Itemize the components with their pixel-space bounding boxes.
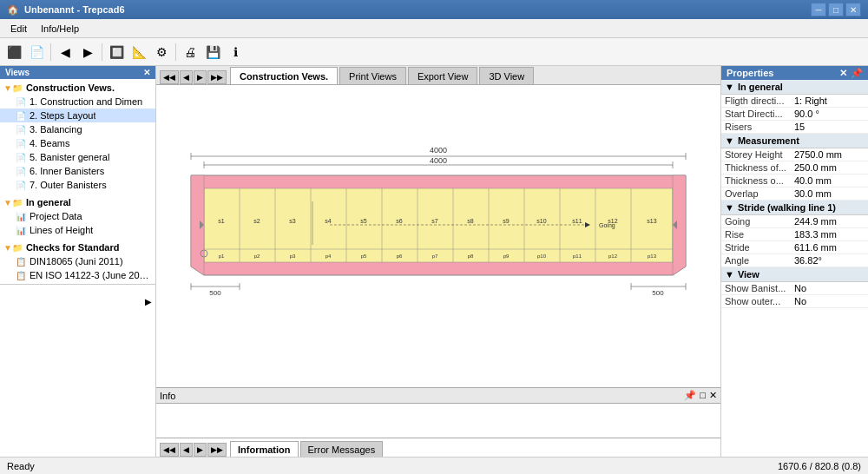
maximize-button[interactable]: □ <box>828 3 844 16</box>
sidebar-item-banister[interactable]: 📄 5. Banister general <box>0 150 155 164</box>
minimize-button[interactable]: ─ <box>811 3 826 16</box>
sidebar-item-construction-dimen[interactable]: 📄 1. Construction and Dimen <box>0 95 155 109</box>
prop-close-btn[interactable]: ✕ <box>839 68 847 79</box>
svg-text:p1: p1 <box>219 253 225 259</box>
sidebar-section-checks: ▼📁 Checks for Standard 📋 DIN18065 (Juni … <box>0 239 155 284</box>
info-pin-btn[interactable]: 📌 <box>684 390 696 401</box>
status-right: 1670.6 / 820.8 (0.8) <box>778 461 861 471</box>
toolbar-btn-1[interactable]: ⬛ <box>3 42 24 63</box>
info-panel: Info 📌 □ ✕ ◀◀ ◀ ▶ ▶▶ Information Error M… <box>156 387 720 457</box>
sidebar-close-btn[interactable]: ✕ <box>143 68 150 77</box>
tab-nav-prev[interactable]: ◀ <box>180 70 193 84</box>
prop-name-stride: Stride <box>725 242 794 253</box>
sidebar-item-en-iso[interactable]: 📋 EN ISO 14122-3 (June 200... <box>0 268 155 282</box>
toolbar-sep-3 <box>175 43 176 61</box>
toolbar-btn-5[interactable]: 🔲 <box>106 42 127 63</box>
toolbar-btn-2[interactable]: 📄 <box>26 42 47 63</box>
prop-name-going: Going <box>725 216 794 227</box>
prop-name-risers: Risers <box>725 122 794 132</box>
toolbar-btn-7[interactable]: ⚙ <box>151 42 172 63</box>
prop-row-overlap: Overlap 30.0 mm <box>721 188 868 201</box>
toolbar-btn-6[interactable]: 📐 <box>128 42 149 63</box>
prop-row-risers: Risers 15 <box>721 121 868 134</box>
sidebar-construction-header[interactable]: ▼📁 Construction Vews. <box>0 81 155 95</box>
sidebar-item-project-data[interactable]: 📊 Project Data <box>0 209 155 223</box>
prop-row-show-outer: Show outer... No <box>721 295 868 308</box>
tab-information[interactable]: Information <box>230 441 299 457</box>
toolbar-btn-4[interactable]: ▶ <box>77 42 98 63</box>
tab-nav-next[interactable]: ▶ <box>194 70 207 84</box>
svg-text:p2: p2 <box>254 253 260 259</box>
status-left: Ready <box>7 461 35 471</box>
prop-row-thickness-o: Thickness o... 40.0 mm <box>721 174 868 188</box>
prop-value-risers: 15 <box>794 122 865 132</box>
close-button[interactable]: ✕ <box>845 3 861 16</box>
toolbar: ⬛ 📄 ◀ ▶ 🔲 📐 ⚙ 🖨 💾 ℹ <box>0 38 868 66</box>
tab-nav-first[interactable]: ◀◀ <box>160 70 179 84</box>
doc-icon-2: 📄 <box>16 111 26 121</box>
prop-section-stride[interactable]: ▼ Stride (walking line 1) <box>721 201 868 215</box>
info-float-btn[interactable]: □ <box>700 390 706 401</box>
svg-text:500: 500 <box>209 289 221 297</box>
svg-text:s9: s9 <box>503 218 510 224</box>
sidebar-item-lines-height[interactable]: 📊 Lines of Height <box>0 223 155 237</box>
prop-name-thickness-of: Thickness of... <box>725 162 794 173</box>
svg-text:p10: p10 <box>537 253 547 259</box>
properties-panel: Properties 📌 ✕ ▼ In general Fligth direc… <box>720 66 868 457</box>
doc-icon-7: 📄 <box>16 181 26 190</box>
toolbar-btn-8[interactable]: 🖨 <box>180 42 201 63</box>
tab-3d-view[interactable]: 3D View <box>479 67 534 84</box>
menu-edit[interactable]: Edit <box>3 22 34 36</box>
toolbar-btn-9[interactable]: 💾 <box>202 42 223 63</box>
sidebar-item-beams[interactable]: 📄 4. Beams <box>0 136 155 150</box>
info-nav-prev[interactable]: ◀ <box>180 443 193 457</box>
info-nav-buttons: ◀◀ ◀ ▶ ▶▶ <box>160 443 227 457</box>
prop-name-show-banist: Show Banist... <box>725 283 794 293</box>
views-label: Views <box>5 68 30 77</box>
prop-section-measurement[interactable]: ▼ Measurement <box>721 134 868 148</box>
svg-text:500: 500 <box>652 289 664 297</box>
sidebar-checks-header[interactable]: ▼📁 Checks for Standard <box>0 240 155 254</box>
prop-row-show-banist: Show Banist... No <box>721 282 868 295</box>
info-close-btn[interactable]: ✕ <box>709 390 717 401</box>
prop-row-flight-direction: Fligth directi... 1: Right <box>721 95 868 108</box>
sidebar-views-header: Views ✕ <box>0 66 155 79</box>
doc-icon-8: 📊 <box>16 212 26 221</box>
svg-text:4000: 4000 <box>430 156 447 165</box>
sidebar-general-header[interactable]: ▼📁 In general <box>0 195 155 209</box>
info-nav-next[interactable]: ▶ <box>194 443 207 457</box>
sidebar-item-steps-layout[interactable]: 📄 2. Steps Layout <box>0 109 155 122</box>
svg-text:p6: p6 <box>397 253 403 259</box>
info-nav-first[interactable]: ◀◀ <box>160 443 179 457</box>
svg-text:s13: s13 <box>647 218 656 224</box>
prop-section-view[interactable]: ▼ View <box>721 267 868 282</box>
svg-text:p4: p4 <box>326 253 332 259</box>
info-nav-last[interactable]: ▶▶ <box>207 443 227 457</box>
toolbar-btn-3[interactable]: ◀ <box>55 42 76 63</box>
sidebar-item-inner[interactable]: 📄 6. Inner Banisters <box>0 164 155 178</box>
sidebar-item-outer[interactable]: 📄 7. Outer Banisters <box>0 178 155 192</box>
titlebar-controls[interactable]: ─ □ ✕ <box>811 3 861 16</box>
tab-export-view[interactable]: Export View <box>408 67 478 84</box>
tab-construction-views[interactable]: Construction Vews. <box>230 67 338 84</box>
prop-section-general[interactable]: ▼ In general <box>721 80 868 95</box>
drawing-area[interactable]: 4000 4000 <box>156 85 720 387</box>
toolbar-btn-info[interactable]: ℹ <box>225 42 246 63</box>
prop-section-general-label: In general <box>738 82 783 92</box>
menu-info-help[interactable]: Info/Help <box>34 22 86 36</box>
sidebar-section-general: ▼📁 In general 📊 Project Data 📊 Lines of … <box>0 194 155 239</box>
folder-open-icon: ▼📁 <box>3 83 23 93</box>
tab-print-views[interactable]: Print Views <box>339 67 406 84</box>
svg-text:s8: s8 <box>467 218 474 224</box>
tab-nav-last[interactable]: ▶▶ <box>207 70 227 84</box>
prop-row-angle: Angle 36.82° <box>721 254 868 267</box>
prop-pin-btn[interactable]: 📌 <box>851 68 863 79</box>
prop-row-thickness-of: Thickness of... 250.0 mm <box>721 161 868 174</box>
sidebar-scroll-right[interactable]: ▶ <box>145 297 152 306</box>
sidebar-item-balancing[interactable]: 📄 3. Balancing <box>0 122 155 136</box>
tab-error-messages[interactable]: Error Messages <box>300 441 384 457</box>
prop-name-angle: Angle <box>725 255 794 266</box>
svg-text:p7: p7 <box>432 253 438 259</box>
svg-text:s4: s4 <box>325 218 332 224</box>
sidebar-item-din[interactable]: 📋 DIN18065 (Juni 2011) <box>0 254 155 268</box>
